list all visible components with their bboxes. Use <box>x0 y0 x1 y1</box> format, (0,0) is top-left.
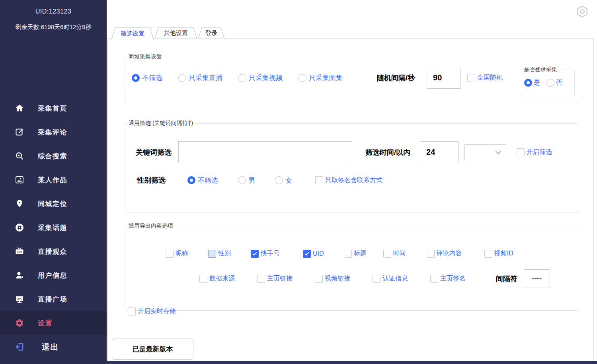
sidebar-item-label: 某人作品 <box>38 175 67 185</box>
time-filter-input[interactable] <box>420 141 458 163</box>
sidebar-item-label: 采集首页 <box>38 104 67 113</box>
radio-video-only[interactable]: 只采集视频 <box>238 73 283 82</box>
radio-label: 否 <box>556 78 562 87</box>
checkbox-box <box>383 250 391 258</box>
tab-filter-settings[interactable]: 筛选设置 <box>111 27 154 39</box>
checkbox-time[interactable]: 时间 <box>383 249 406 258</box>
separator-input[interactable] <box>524 269 550 288</box>
checkbox-video-id[interactable]: 视频ID <box>484 249 513 258</box>
checkbox-label: 视频链接 <box>325 274 350 283</box>
sidebar-item-logout[interactable]: 退出 <box>0 335 107 359</box>
radio-label: 不筛选 <box>198 176 218 185</box>
logout-icon <box>14 342 25 352</box>
sidebar-item-collect-home[interactable]: 采集首页 <box>0 96 107 120</box>
login-collect-row: 是 否 <box>524 78 574 87</box>
sidebar-item-user-info[interactable]: 用户信息 <box>0 263 107 287</box>
sidebar-item-live-plaza[interactable]: LIVE 直播广场 <box>0 287 107 311</box>
checkbox-label: 标题 <box>354 249 367 258</box>
radio-label: 男 <box>248 176 255 185</box>
export-options-section: 通用导出内容选项 昵称 性别 快手号 <box>125 222 578 311</box>
radio-label: 只采集直播 <box>189 73 222 82</box>
radio-dot <box>524 79 532 87</box>
radio-dot <box>238 176 246 184</box>
sidebar-item-settings[interactable]: 设置 <box>0 311 107 335</box>
radio-label: 只采集图集 <box>309 73 343 82</box>
sidebar-item-collect-comments[interactable]: 采集评论 <box>0 120 107 144</box>
checkbox-enable-filter[interactable]: 开启筛选 <box>517 148 552 156</box>
radio-login-no[interactable]: 否 <box>546 78 562 87</box>
checkbox-homepage-link[interactable]: 主页链接 <box>257 274 293 283</box>
tab-login[interactable]: 登录 <box>198 27 224 39</box>
checkbox-label: 性别 <box>218 249 231 258</box>
sidebar-item-live-audience[interactable]: Live 直播观众 <box>0 239 107 263</box>
radio-gender-female[interactable]: 女 <box>275 176 292 185</box>
check-icon <box>304 251 310 257</box>
time-unit-select[interactable] <box>464 144 506 160</box>
separator-label: 间隔符 <box>496 274 517 284</box>
gender-filter-row: 性别筛选 不筛选 男 女 只取签名含联系方式 <box>137 175 578 185</box>
sidebar-item-label: 设置 <box>38 319 53 328</box>
checkbox-contact-signature-only[interactable]: 只取签名含联系方式 <box>315 176 382 185</box>
sidebar-item-city-location[interactable]: 同城定位 <box>0 192 107 216</box>
section-legend: 通用筛选 (关键词间隔符'|') <box>127 120 195 127</box>
interval-input[interactable] <box>427 67 460 89</box>
checkbox-nickname[interactable]: 昵称 <box>166 249 188 258</box>
radio-gallery-only[interactable]: 只采集图集 <box>298 73 343 82</box>
section-legend: 是否登录采集 <box>522 66 559 73</box>
checkbox-box <box>427 250 435 258</box>
checkbox-label: 主页链接 <box>267 274 293 283</box>
section-legend: 通用导出内容选项 <box>127 222 175 230</box>
svg-text:LIVE: LIVE <box>17 298 22 300</box>
window-settings-gear-icon[interactable] <box>576 5 589 18</box>
checkbox-label: 快手号 <box>261 249 280 258</box>
bottom-bar <box>107 361 597 364</box>
keyword-input[interactable] <box>178 141 352 163</box>
location-pin-icon <box>14 199 25 209</box>
checkbox-box <box>303 250 311 258</box>
login-collect-group: 是否登录采集 是 否 <box>520 66 575 96</box>
general-filter-section: 通用筛选 (关键词间隔符'|') 关键词筛选 筛选时间/以内 开启筛选 性 <box>125 120 578 212</box>
checkbox-title[interactable]: 标题 <box>344 249 367 258</box>
sidebar-item-user-works[interactable]: 某人作品 <box>0 168 107 192</box>
radio-gender-any[interactable]: 不筛选 <box>187 176 218 185</box>
tab-other-settings[interactable]: 其他设置 <box>155 27 197 39</box>
checkbox-data-source[interactable]: 数据来源 <box>199 274 235 283</box>
remaining-days-text: 剩余天数:6198天6时12分9秒 <box>0 23 107 31</box>
checkbox-homepage-signature[interactable]: 主页签名 <box>430 274 466 283</box>
radio-label: 是 <box>533 78 540 87</box>
radio-login-yes[interactable]: 是 <box>524 78 540 87</box>
image-icon <box>14 175 25 185</box>
tab-label: 其他设置 <box>155 27 197 39</box>
checkbox-realtime-storage[interactable]: 开启实时存储 <box>128 307 176 315</box>
app-window: UID:123123 剩余天数:6198天6时12分9秒 采集首页 采集评论 <box>0 0 597 364</box>
sidebar-item-label: 综合搜索 <box>38 152 67 161</box>
chevron-down-icon <box>496 148 501 154</box>
radio-label: 只采集视频 <box>249 73 283 82</box>
radio-dot <box>275 176 283 184</box>
radio-gender-male[interactable]: 男 <box>238 176 255 185</box>
live-tv-icon: Live <box>14 246 25 257</box>
radio-dot <box>132 74 140 82</box>
home-icon <box>14 103 25 113</box>
checkbox-label: 主页签名 <box>440 274 466 283</box>
sidebar-item-collect-topics[interactable]: 采集话题 <box>0 216 107 239</box>
checkbox-verify-info[interactable]: 认证信息 <box>373 274 408 283</box>
checkbox-comment-content[interactable]: 评论内容 <box>427 249 462 258</box>
checkbox-kuaishou-id[interactable]: 快手号 <box>251 249 280 258</box>
checkbox-label: 全国随机 <box>477 74 503 82</box>
checkbox-label: 开启筛选 <box>527 148 552 156</box>
sidebar-item-combined-search[interactable]: 综合搜索 <box>0 144 107 168</box>
tab-page-panel: 同城采集设置 不筛选 只采集直播 只采集视频 <box>107 39 593 361</box>
sidebar-item-label: 采集评论 <box>38 128 67 137</box>
radio-live-only[interactable]: 只采集直播 <box>178 73 222 82</box>
checkbox-national-random[interactable]: 全国随机 <box>467 74 503 82</box>
checkbox-gender[interactable]: 性别 <box>208 249 231 258</box>
latest-version-button[interactable]: 已是最新版本 <box>112 339 193 360</box>
checkbox-uid[interactable]: UID <box>303 250 324 258</box>
checkbox-video-link[interactable]: 视频链接 <box>315 274 350 283</box>
radio-dot <box>238 74 246 82</box>
checkbox-label: 数据来源 <box>209 274 235 283</box>
radio-no-filter[interactable]: 不筛选 <box>132 73 162 82</box>
checkbox-box <box>430 275 438 283</box>
checkbox-label: 昵称 <box>176 249 188 258</box>
